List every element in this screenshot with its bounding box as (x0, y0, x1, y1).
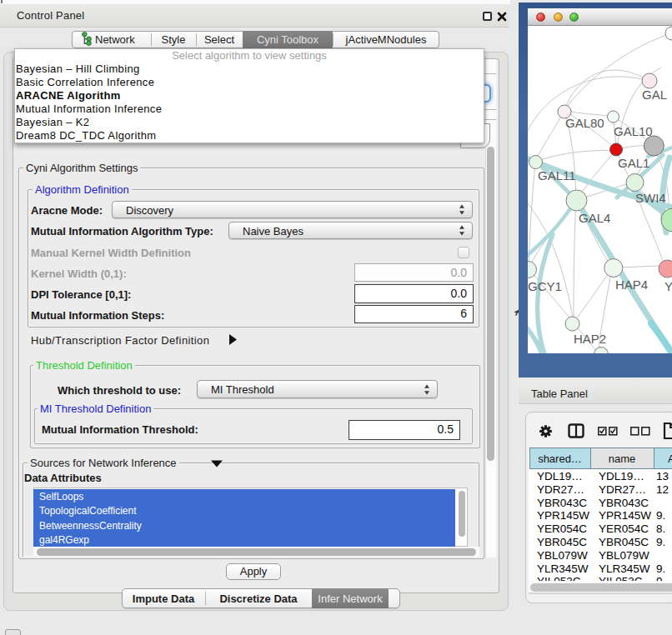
svg-text:GAL80: GAL80 (565, 116, 604, 130)
svg-text:GAL10: GAL10 (614, 124, 653, 138)
svg-text:HAP2: HAP2 (574, 332, 606, 346)
svg-text:Y: Y (664, 279, 672, 293)
svg-text:GCY1: GCY1 (528, 279, 562, 293)
svg-text:SWI4: SWI4 (635, 191, 666, 205)
svg-text:GAL11: GAL11 (538, 168, 576, 182)
svg-text:GAL4: GAL4 (579, 211, 610, 225)
svg-text:GAL1: GAL1 (618, 156, 649, 170)
svg-text:HAP4: HAP4 (615, 278, 648, 292)
svg-text:GAL: GAL (642, 88, 667, 102)
